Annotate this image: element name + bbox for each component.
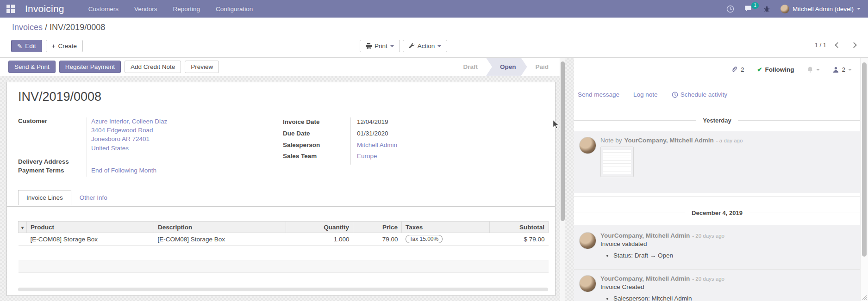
salesperson-label: Salesperson [283,141,320,148]
attachments-button[interactable]: 2 [731,66,744,73]
status-open[interactable]: Open [486,58,527,76]
invoice-date-label: Invoice Date [283,118,320,125]
table-row[interactable] [19,273,549,287]
chevron-down-icon [857,8,861,10]
avatar [579,275,596,292]
message-separator [574,196,860,197]
top-menu: Customers Vendors Reporting Configuratio… [88,6,253,12]
app-brand[interactable]: Invoicing [25,3,64,14]
cell-taxes[interactable]: Tax 15.00% [402,233,490,246]
tax-badge: Tax 15.00% [406,235,443,243]
customer-city[interactable]: Jonesboro AR 72401 [91,135,167,143]
pager: 1 / 1 [815,42,856,49]
status-draft[interactable]: Draft [455,58,486,76]
col-quantity[interactable]: Quantity [286,221,353,233]
add-credit-note-button[interactable]: Add Credit Note [125,61,181,73]
status-paid[interactable]: Paid [527,58,557,76]
customer-label: Customer [18,117,47,124]
message-author[interactable]: YourCompany, Mitchell Admin [624,137,714,144]
message-author[interactable]: YourCompany, Mitchell Admin [600,275,690,282]
chevron-down-icon [437,45,441,47]
form-scrollbar-thumb[interactable] [561,61,565,221]
action-button[interactable]: Action [403,40,448,52]
pager-previous-icon[interactable] [835,42,841,48]
preview-button[interactable]: Preview [185,61,219,73]
user-avatar [781,5,789,13]
subscription-bell-button[interactable] [807,66,820,73]
col-price[interactable]: Price [353,221,402,233]
chatter-panel: 2 ✔ Following 2 Send message Log note Sc… [574,58,860,301]
debug-bug-icon[interactable] [763,6,770,12]
edit-button[interactable]: ✎ Edit [11,40,42,52]
plus-icon: + [52,43,56,49]
tab-rule [7,206,555,207]
invoice-lines-table: ▾ Product Description Quantity Price Tax… [18,221,549,287]
customer-name[interactable]: Azure Interior, Colleen Diaz [91,117,167,126]
sort-caret-icon[interactable]: ▾ [19,221,27,233]
menu-configuration[interactable]: Configuration [216,6,253,12]
table-row[interactable] [19,246,549,260]
chatter-message[interactable]: Note by YourCompany, Mitchell Admin - a … [574,131,860,193]
create-button[interactable]: + Create [46,40,83,52]
customer-street[interactable]: 3404 Edgewood Road [91,126,167,135]
apps-grid-icon[interactable] [6,5,15,13]
print-button[interactable]: Print [360,40,400,52]
cell-price[interactable]: 79.00 [353,233,402,246]
chevron-down-icon [816,69,820,71]
register-payment-button[interactable]: Register Payment [59,61,121,73]
form-scrollbar[interactable] [560,58,565,301]
invoice-date-value: 12/04/2019 [357,118,388,125]
sales-team-value[interactable]: Europe [357,153,377,160]
table-horizontal-scrollbar[interactable] [18,288,548,291]
topbar-right: 1 Mitchell Admin (devel) [726,5,861,13]
send-print-button[interactable]: Send & Print [8,61,56,73]
field-separator [350,117,351,165]
tab-other-info[interactable]: Other Info [71,190,116,205]
chatter-scrollbar-thumb[interactable] [862,62,867,257]
customer-value[interactable]: Azure Interior, Colleen Diaz 3404 Edgewo… [91,117,167,153]
user-menu[interactable]: Mitchell Admin (devel) [781,5,861,13]
chatter-scrollbar[interactable] [860,58,868,301]
message-prefix: Note by [600,137,622,144]
activities-clock-icon[interactable] [726,5,734,13]
avatar [579,137,596,154]
table-row[interactable]: [E-COM08] Storage Box [E-COM08] Storage … [19,233,549,246]
table-row[interactable] [19,260,549,273]
breadcrumb: Invoices / INV/2019/0008 [12,23,105,32]
menu-customers[interactable]: Customers [88,6,119,12]
invoice-title: INV/2019/0008 [18,90,101,104]
message-author[interactable]: YourCompany, Mitchell Admin [600,232,690,239]
cell-product[interactable]: [E-COM08] Storage Box [27,233,154,246]
cell-quantity[interactable]: 1.000 [286,233,353,246]
tab-invoice-lines[interactable]: Invoice Lines [18,190,71,205]
menu-reporting[interactable]: Reporting [173,6,200,12]
col-product[interactable]: Product [27,221,154,233]
table-header-row: ▾ Product Description Quantity Price Tax… [19,221,549,233]
date-divider: Yesterday [574,117,860,124]
customer-country[interactable]: United States [91,144,167,153]
following-button[interactable]: ✔ Following [757,66,794,73]
bell-icon [807,66,813,73]
top-navbar: Invoicing Customers Vendors Reporting Co… [0,0,868,18]
col-subtotal[interactable]: Subtotal [490,221,549,233]
col-description[interactable]: Description [154,221,286,233]
log-note-link[interactable]: Log note [633,91,658,98]
field-separator [87,117,87,177]
followers-count: 2 [842,66,845,73]
payment-terms-value[interactable]: End of Following Month [91,167,156,174]
resize-grip-icon[interactable] [862,295,867,300]
chatter-message[interactable]: YourCompany, Mitchell Admin - 20 days ag… [574,269,860,301]
attachment-thumbnail[interactable] [600,147,634,177]
send-message-link[interactable]: Send message [578,91,619,98]
menu-vendors[interactable]: Vendors [134,6,157,12]
messages-icon[interactable]: 1 [744,5,753,12]
salesperson-value[interactable]: Mitchell Admin [357,141,397,148]
pager-next-icon[interactable] [851,42,857,48]
breadcrumb-invoices[interactable]: Invoices [12,23,43,32]
panel-gap [565,58,574,301]
chatter-message[interactable]: YourCompany, Mitchell Admin - 20 days ag… [574,225,860,269]
followers-button[interactable]: 2 [833,66,852,73]
cell-description[interactable]: [E-COM08] Storage Box [154,233,286,246]
schedule-activity-link[interactable]: Schedule activity [672,91,727,98]
col-taxes[interactable]: Taxes [402,221,490,233]
